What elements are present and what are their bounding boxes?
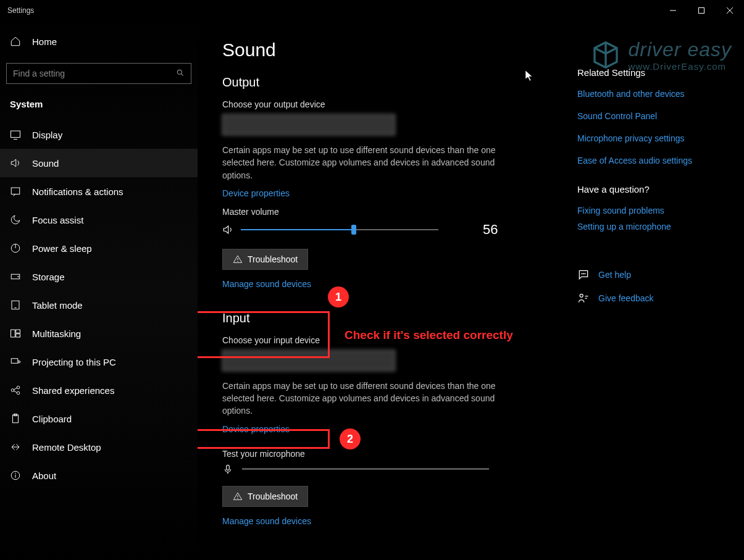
get-help-link[interactable]: Get help [577,269,719,281]
output-manage-devices-link[interactable]: Manage sound devices [222,279,311,289]
remote-desktop-icon [10,441,21,453]
feedback-icon [577,292,590,304]
window-title: Settings [7,6,34,15]
main-content: driver easy www.DriverEasy.com Sound Out… [198,21,744,560]
sidebar-item-power-sleep[interactable]: Power & sleep [0,234,198,262]
svg-line-22 [14,388,17,390]
chat-icon [577,269,590,281]
power-icon [10,243,21,254]
output-device-properties-link[interactable]: Device properties [222,188,290,198]
svg-point-35 [582,274,582,274]
link-mic-privacy[interactable]: Microphone privacy settings [577,133,719,143]
warning-icon [233,491,243,501]
input-manage-devices-link[interactable]: Manage sound devices [222,516,311,526]
sidebar-section-title: System [0,94,198,120]
sidebar-item-sound[interactable]: Sound [0,149,198,177]
sidebar-item-projecting[interactable]: Projecting to this PC [0,348,198,376]
notifications-icon [10,186,21,197]
svg-point-12 [18,276,19,277]
output-hint: Certain apps may be set up to use differ… [222,144,506,182]
focus-assist-icon [10,214,21,225]
sidebar-item-label: Remote Desktop [32,442,101,453]
search-input[interactable]: Find a setting [6,63,191,84]
svg-point-38 [580,294,583,297]
sidebar-item-remote-desktop[interactable]: Remote Desktop [0,433,198,461]
close-button[interactable] [716,0,744,21]
sidebar-item-shared-experiences[interactable]: Shared experiences [0,376,198,404]
about-icon [10,470,21,481]
storage-icon [10,271,21,282]
search-placeholder: Find a setting [13,69,65,78]
sidebar-item-label: About [32,470,56,481]
home-icon [10,36,21,47]
link-sound-control-panel[interactable]: Sound Control Panel [577,111,719,121]
svg-point-37 [585,274,585,274]
sidebar-item-focus-assist[interactable]: Focus assist [0,206,198,234]
give-feedback-link[interactable]: Give feedback [577,292,719,304]
give-feedback-label: Give feedback [598,293,654,303]
microphone-icon [222,464,233,475]
annotation-circle-1: 1 [328,286,349,307]
input-troubleshoot-button[interactable]: Troubleshoot [222,486,308,507]
sidebar-item-tablet-mode[interactable]: Tablet mode [0,291,198,319]
question-heading: Have a question? [577,184,719,194]
output-device-dropdown[interactable] [222,114,395,135]
master-volume-value: 56 [483,222,498,238]
svg-rect-6 [11,131,20,138]
sidebar-item-label: Focus assist [32,215,83,225]
display-icon [10,129,21,140]
link-fixing-sound-problems[interactable]: Fixing sound problems [577,206,719,215]
svg-line-5 [182,73,183,75]
projecting-icon [10,356,21,367]
link-setting-up-microphone[interactable]: Setting up a microphone [577,222,719,232]
sidebar-item-multitasking[interactable]: Multitasking [0,319,198,348]
annotation-box-1 [198,311,330,358]
svg-point-28 [15,473,16,474]
sidebar-item-label: Tablet mode [32,300,83,311]
sound-icon [10,157,21,169]
sidebar-item-label: Notifications & actions [32,186,123,197]
mic-test-row [222,464,719,475]
sidebar-item-label: Display [32,130,62,140]
cursor-icon [525,70,533,84]
shared-icon [10,385,21,396]
sidebar-item-display[interactable]: Display [0,120,198,149]
home-label: Home [32,36,57,47]
input-hint: Certain apps may be set up to use differ… [222,380,506,417]
home-button[interactable]: Home [0,30,198,53]
sidebar-item-notifications[interactable]: Notifications & actions [0,177,198,206]
related-settings-heading: Related Settings [577,67,719,78]
link-ease-of-access-audio[interactable]: Ease of Access audio settings [577,156,719,165]
svg-point-36 [583,274,584,274]
minimize-button[interactable] [659,0,687,21]
annotation-box-2 [198,429,330,449]
mic-level-bar [242,468,489,470]
sidebar-item-label: Shared experiences [32,385,114,396]
speaker-icon [222,224,233,235]
tablet-icon [10,299,21,311]
link-bluetooth[interactable]: Bluetooth and other devices [577,89,719,99]
svg-point-30 [238,261,238,262]
svg-rect-17 [16,334,20,337]
svg-rect-11 [11,274,20,279]
get-help-label: Get help [598,270,631,280]
multitasking-icon [10,328,21,339]
output-troubleshoot-button[interactable]: Troubleshoot [222,249,308,270]
maximize-button[interactable] [687,0,716,21]
svg-line-23 [14,391,17,393]
sidebar-item-storage[interactable]: Storage [0,262,198,291]
watermark-line1: driver easy [629,38,732,61]
watermark: driver easy www.DriverEasy.com [589,38,732,72]
search-icon [176,69,185,79]
sidebar-item-about[interactable]: About [0,461,198,490]
sidebar-item-clipboard[interactable]: Clipboard [0,404,198,433]
svg-point-20 [17,386,20,389]
svg-point-4 [177,70,182,74]
svg-rect-8 [11,188,20,194]
troubleshoot-label: Troubleshoot [248,254,298,264]
svg-point-21 [17,391,20,395]
sidebar-item-label: Projecting to this PC [32,357,116,367]
svg-rect-31 [227,465,230,470]
svg-point-34 [238,498,238,499]
right-column: Related Settings Bluetooth and other dev… [577,67,719,316]
